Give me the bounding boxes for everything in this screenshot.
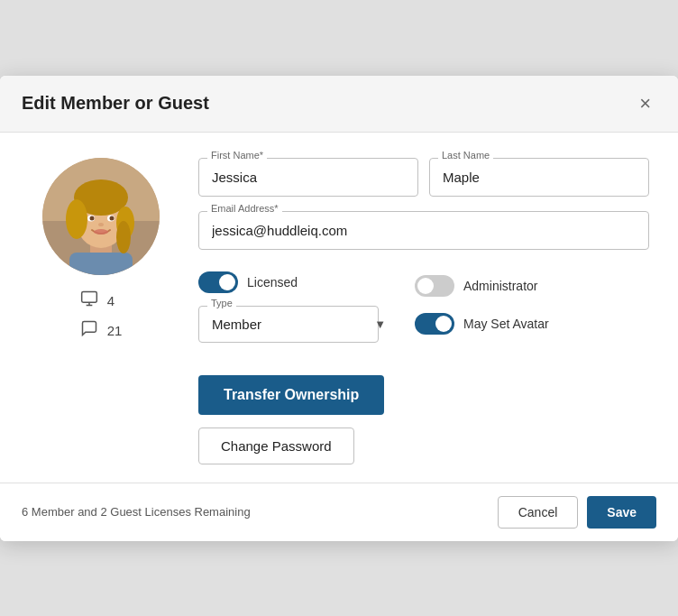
license-info: 6 Member and 2 Guest Licenses Remaining <box>22 505 251 519</box>
type-label: Type <box>207 298 236 308</box>
channels-count: 4 <box>107 293 115 308</box>
last-name-input[interactable] <box>429 158 649 197</box>
may-set-avatar-toggle-row: May Set Avatar <box>415 313 549 335</box>
modal-footer: 6 Member and 2 Guest Licenses Remaining … <box>0 483 678 541</box>
may-set-avatar-toggle-knob <box>435 316 452 332</box>
administrator-toggle[interactable] <box>415 275 454 297</box>
close-button[interactable]: × <box>634 92 656 115</box>
svg-point-14 <box>98 223 104 226</box>
edit-member-modal: Edit Member or Guest × <box>0 76 678 541</box>
type-select[interactable]: Member Guest <box>198 306 379 343</box>
cancel-button[interactable]: Cancel <box>498 496 579 529</box>
email-label: Email Address* <box>207 203 282 214</box>
top-section: 4 21 First Name* <box>29 158 649 343</box>
svg-point-6 <box>66 199 87 239</box>
avatar <box>42 158 160 275</box>
messages-count: 21 <box>107 323 123 338</box>
svg-point-13 <box>94 229 108 234</box>
stat-messages: 21 <box>80 319 123 342</box>
svg-point-8 <box>116 221 131 253</box>
save-button[interactable]: Save <box>587 496 656 529</box>
licensed-toggle-row: Licensed <box>198 271 397 293</box>
controls-section: Licensed Type Member Guest ▼ <box>198 271 649 343</box>
modal-header: Edit Member or Guest × <box>0 76 678 133</box>
transfer-ownership-button[interactable]: Transfer Ownership <box>198 375 384 415</box>
right-controls: Administrator May Set Avatar <box>415 271 549 335</box>
svg-point-11 <box>90 216 95 220</box>
footer-buttons: Cancel Save <box>498 496 656 529</box>
left-controls: Licensed Type Member Guest ▼ <box>198 271 397 343</box>
svg-rect-3 <box>69 253 133 275</box>
administrator-toggle-knob <box>417 278 434 294</box>
channels-icon <box>80 290 98 312</box>
administrator-label: Administrator <box>463 279 537 293</box>
licensed-label: Licensed <box>247 275 298 290</box>
avatar-column: 4 21 <box>29 158 173 343</box>
last-name-label: Last Name <box>438 150 493 161</box>
email-group: Email Address* <box>198 211 649 250</box>
modal-title: Edit Member or Guest <box>22 93 209 114</box>
email-input[interactable] <box>198 211 649 250</box>
messages-icon <box>80 319 98 342</box>
svg-rect-15 <box>81 291 96 302</box>
name-row: First Name* Last Name <box>198 158 649 197</box>
svg-point-12 <box>110 216 115 220</box>
licensed-toggle[interactable] <box>198 271 238 293</box>
last-name-group: Last Name <box>429 158 649 197</box>
action-buttons: Transfer Ownership Change Password <box>198 375 649 464</box>
stats-row: 4 21 <box>80 290 123 342</box>
first-name-label: First Name* <box>207 150 267 161</box>
stat-channels: 4 <box>80 290 123 312</box>
licensed-toggle-knob <box>219 274 235 290</box>
change-password-button[interactable]: Change Password <box>198 428 354 464</box>
may-set-avatar-toggle[interactable] <box>415 313 454 335</box>
type-select-group: Type Member Guest ▼ <box>198 306 397 343</box>
first-name-group: First Name* <box>198 158 418 197</box>
modal-body: 4 21 First Name* <box>0 133 678 483</box>
administrator-toggle-row: Administrator <box>415 275 549 297</box>
may-set-avatar-label: May Set Avatar <box>463 317 549 331</box>
first-name-input[interactable] <box>198 158 418 197</box>
fields-column: First Name* Last Name Email Address* <box>198 158 649 343</box>
